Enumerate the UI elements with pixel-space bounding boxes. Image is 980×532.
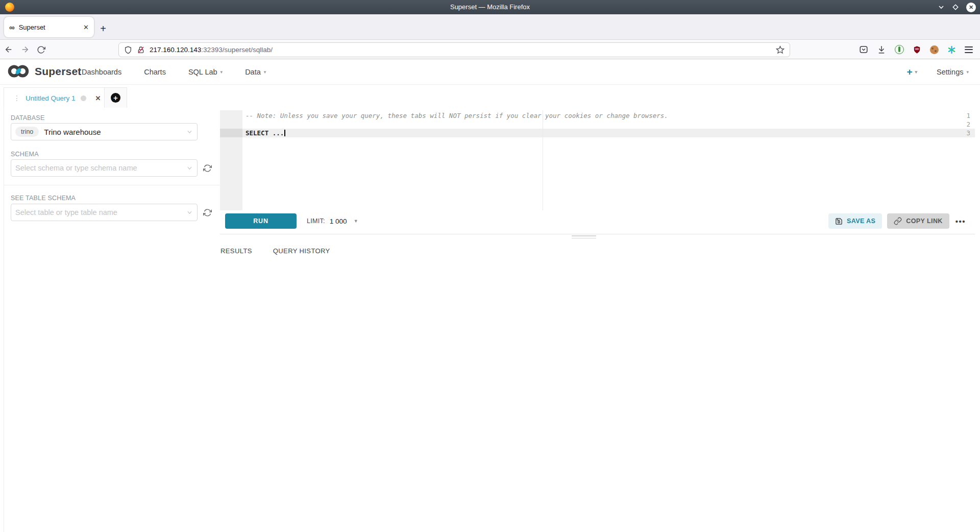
text-cursor bbox=[284, 130, 285, 136]
query-status-dot bbox=[81, 95, 86, 101]
limit-label: LIMIT: bbox=[307, 217, 325, 225]
url-path: :32393/superset/sqllab/ bbox=[201, 46, 273, 54]
line-number: 2 bbox=[955, 120, 970, 129]
superset-favicon-icon: ∞ bbox=[9, 23, 15, 31]
query-tab-title: Untitled Query 1 bbox=[26, 94, 76, 102]
window-title: Superset — Mozilla Firefox bbox=[450, 0, 530, 14]
firefox-logo-icon bbox=[5, 3, 14, 12]
url-bar[interactable]: 217.160.120.143:32393/superset/sqllab/ bbox=[118, 42, 790, 57]
extension-starburst-icon[interactable] bbox=[947, 45, 956, 54]
browser-tab-superset[interactable]: ∞ Superset ✕ bbox=[4, 17, 94, 37]
nav-item-sql-lab[interactable]: SQL Lab▾ bbox=[188, 68, 223, 76]
tab-results[interactable]: RESULTS bbox=[220, 247, 252, 255]
schema-label: SCHEMA bbox=[11, 151, 39, 158]
pocket-icon[interactable] bbox=[859, 45, 868, 54]
query-tabstrip: ⋮ Untitled Query 1 ✕ + bbox=[4, 87, 127, 108]
database-label: DATABASE bbox=[11, 114, 44, 122]
infinity-logo-icon bbox=[7, 64, 31, 78]
menu-icon[interactable] bbox=[965, 46, 973, 53]
editor-print-margin bbox=[543, 110, 543, 210]
add-query-tab-cell: + bbox=[105, 87, 127, 108]
cookie-icon[interactable] bbox=[930, 45, 939, 54]
query-tab-untitled-1[interactable]: ⋮ Untitled Query 1 ✕ bbox=[4, 87, 105, 108]
more-options-icon[interactable]: ••• bbox=[954, 217, 967, 226]
browser-tab-title: Superset bbox=[19, 23, 79, 31]
add-query-tab-button[interactable]: + bbox=[111, 93, 120, 103]
query-tab-close-icon[interactable]: ✕ bbox=[95, 94, 101, 102]
chevron-down-icon: ▾ bbox=[966, 69, 969, 75]
forward-icon[interactable] bbox=[20, 45, 30, 54]
bookmark-star-icon[interactable] bbox=[776, 45, 785, 54]
lock-crossed-icon[interactable] bbox=[137, 46, 145, 54]
privacy-badger-icon[interactable] bbox=[895, 45, 904, 54]
schema-select[interactable]: Select schema or type schema name bbox=[11, 159, 198, 177]
url-text: 217.160.120.143:32393/superset/sqllab/ bbox=[150, 46, 771, 54]
splitter-drag-handle-icon[interactable] bbox=[572, 235, 596, 240]
schema-placeholder: Select schema or type schema name bbox=[15, 164, 137, 172]
add-new-button[interactable]: +▾ bbox=[906, 66, 917, 78]
ublock-icon[interactable]: UO bbox=[913, 45, 921, 54]
table-select[interactable]: Select table or type table name bbox=[11, 204, 198, 221]
chevron-down-icon bbox=[187, 129, 192, 135]
pane-splitter[interactable] bbox=[220, 234, 975, 234]
save-icon bbox=[835, 217, 843, 225]
chevron-down-icon: ▼ bbox=[354, 219, 358, 224]
results-tabbar: RESULTS QUERY HISTORY bbox=[220, 247, 330, 255]
download-icon[interactable] bbox=[877, 45, 886, 54]
superset-header: Superset Dashboards Charts SQL Lab▾ Data… bbox=[0, 60, 980, 85]
table-placeholder: Select table or type table name bbox=[15, 208, 117, 216]
back-icon[interactable] bbox=[4, 45, 13, 54]
gutter-active-line bbox=[220, 129, 242, 137]
chevron-down-icon: ▾ bbox=[220, 69, 223, 75]
editor-toolbar: RUN LIMIT: 1 000 ▼ SAVE AS COPY LINK ••• bbox=[220, 213, 975, 229]
close-icon[interactable]: ✕ bbox=[966, 3, 976, 12]
nav-item-dashboards[interactable]: Dashboards bbox=[82, 68, 121, 76]
tab-close-icon[interactable]: ✕ bbox=[83, 23, 89, 31]
link-icon bbox=[894, 217, 902, 225]
reload-icon[interactable] bbox=[37, 45, 45, 54]
chevron-down-icon bbox=[187, 165, 192, 171]
chevron-down-icon: ▾ bbox=[264, 69, 266, 75]
chevron-down-icon bbox=[187, 210, 192, 215]
sql-lab-panel: DATABASE trino Trino warehouse SCHEMA Se… bbox=[4, 108, 980, 532]
sidebar-divider bbox=[4, 185, 220, 185]
url-host: 217.160.120.143 bbox=[150, 46, 201, 54]
nav-item-charts[interactable]: Charts bbox=[144, 68, 166, 76]
run-button[interactable]: RUN bbox=[225, 213, 297, 229]
line-number: 1 bbox=[955, 111, 970, 120]
database-select[interactable]: trino Trino warehouse bbox=[11, 123, 198, 140]
line-number: 3 bbox=[955, 129, 970, 137]
brand-name: Superset bbox=[35, 65, 81, 78]
code-line-active: SELECT ... bbox=[246, 129, 285, 137]
drag-handle-icon[interactable]: ⋮ bbox=[13, 94, 20, 102]
maximize-diamond-icon[interactable] bbox=[952, 4, 959, 11]
copy-link-button[interactable]: COPY LINK bbox=[887, 213, 949, 229]
new-tab-button[interactable]: + bbox=[96, 21, 110, 36]
editor-gutter bbox=[220, 110, 242, 210]
browser-toolbar: 217.160.120.143:32393/superset/sqllab/ U… bbox=[0, 40, 980, 59]
refresh-table-icon[interactable] bbox=[202, 207, 212, 217]
save-as-button[interactable]: SAVE AS bbox=[828, 213, 882, 229]
browser-tabbar: ∞ Superset ✕ + bbox=[0, 14, 980, 40]
settings-menu[interactable]: Settings▾ bbox=[937, 68, 969, 76]
minimize-chevron-icon[interactable] bbox=[938, 4, 945, 11]
code-line-comment: -- Note: Unless you save your query, the… bbox=[246, 111, 668, 120]
window-titlebar: Superset — Mozilla Firefox ✕ bbox=[0, 0, 980, 14]
refresh-schema-icon[interactable] bbox=[202, 163, 212, 173]
limit-dropdown[interactable]: LIMIT: 1 000 ▼ bbox=[307, 213, 358, 229]
shield-icon[interactable] bbox=[124, 46, 132, 54]
limit-value: 1 000 bbox=[330, 217, 347, 225]
database-type-badge: trino bbox=[15, 127, 39, 137]
svg-text:UO: UO bbox=[915, 48, 919, 51]
superset-logo[interactable]: Superset bbox=[7, 64, 81, 78]
sql-editor[interactable]: 1 2 3 -- Note: Unless you save your quer… bbox=[220, 110, 975, 210]
tab-query-history[interactable]: QUERY HISTORY bbox=[273, 247, 330, 255]
table-schema-label: SEE TABLE SCHEMA bbox=[11, 195, 76, 202]
chevron-down-icon: ▾ bbox=[915, 69, 918, 75]
editor-active-line bbox=[242, 129, 975, 137]
database-name: Trino warehouse bbox=[44, 128, 101, 136]
nav-item-data[interactable]: Data▾ bbox=[245, 68, 266, 76]
